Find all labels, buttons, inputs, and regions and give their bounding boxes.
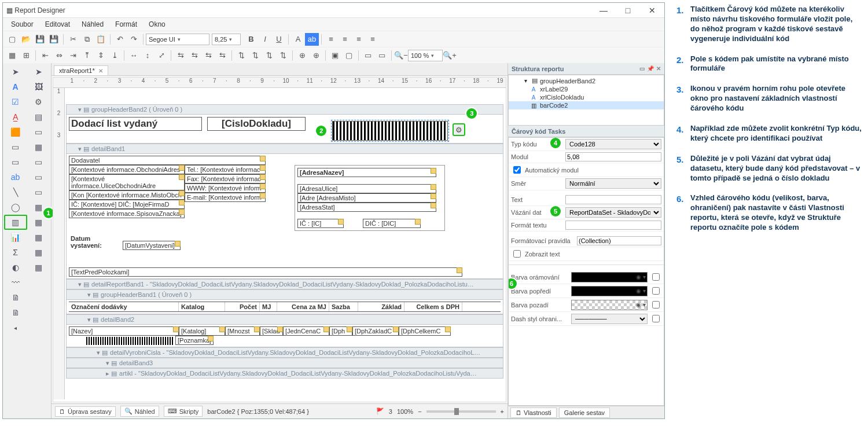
zoom-minus-icon[interactable]: −: [418, 408, 421, 415]
align-right-icon[interactable]: ≡: [352, 33, 366, 46]
window-minimize-button[interactable]: —: [591, 3, 616, 18]
cell-icon[interactable]: ▭: [4, 155, 27, 170]
field-adresaulice[interactable]: [AdresaUlice]: [297, 184, 436, 193]
zoom-plus-icon[interactable]: +: [501, 408, 504, 415]
pdf-icon[interactable]: 🗎: [4, 305, 27, 320]
vspacing4-icon[interactable]: ⇅: [276, 49, 290, 62]
field-row-barcode[interactable]: [86, 337, 173, 345]
check-forecolor[interactable]: [652, 287, 660, 295]
grid-icon[interactable]: ▦: [5, 49, 19, 62]
field-k4[interactable]: IČ: [Kontextové] DIČ: [MojeFirmaD: [69, 200, 185, 209]
highlight-icon[interactable]: ab: [305, 33, 319, 46]
richtext-icon[interactable]: A̲: [4, 109, 27, 124]
statustab-preview[interactable]: 🔍 Náhled: [120, 406, 159, 417]
font-size-select[interactable]: 8,25: [212, 34, 241, 45]
swatch-forecolor[interactable]: ◉ ▾: [571, 286, 648, 296]
same-h-icon[interactable]: ↕: [141, 49, 155, 62]
statustab-scripts[interactable]: ⌨ Skripty: [164, 406, 203, 417]
shape-icon[interactable]: ◯: [4, 200, 27, 215]
window-maximize-button[interactable]: □: [616, 3, 640, 18]
zoom-out-icon[interactable]: 🔍−: [394, 49, 408, 62]
textbox-icon[interactable]: ab: [4, 170, 27, 185]
bold-icon[interactable]: B: [244, 33, 258, 46]
undo-icon[interactable]: ↶: [113, 33, 127, 46]
table-icon[interactable]: ▦: [27, 139, 50, 155]
design-surface[interactable]: 1·2·3·4·5·6·7·8·9·10·11·12·13·14·15·16·1…: [53, 77, 506, 402]
band-detail1[interactable]: ▾ ▤ detailBand1: [66, 144, 503, 154]
richtext2-icon[interactable]: ▤: [27, 109, 50, 124]
panel-pin-icon[interactable]: 📌: [647, 65, 654, 72]
gauge-icon[interactable]: ◐: [4, 260, 27, 275]
zoom-slider[interactable]: [426, 410, 496, 413]
chart-icon[interactable]: 📊: [4, 230, 27, 245]
pointer-icon[interactable]: ➤: [4, 64, 27, 79]
field-dodavatel[interactable]: Dodavatel: [69, 156, 266, 165]
picture2-icon[interactable]: ▭: [27, 124, 50, 139]
check-bordercolor[interactable]: [652, 273, 660, 281]
band-detailreport1[interactable]: ▾ ▤ detailReportBand1 - "SkladovyDoklad_…: [66, 279, 503, 289]
vspacing3-icon[interactable]: ⇅: [262, 49, 276, 62]
grid3-icon[interactable]: ▦: [27, 260, 50, 275]
panel-close-icon[interactable]: ✕: [656, 65, 661, 72]
swatch-backcolor[interactable]: ◉ ▾: [571, 300, 648, 310]
field-textpredpolozkami[interactable]: [TextPredPolozkami]: [69, 267, 462, 277]
select-vazani[interactable]: ReportDataSet - SkladovyDokl: [565, 207, 661, 218]
check-backcolor[interactable]: [652, 301, 660, 309]
open-icon[interactable]: 📂: [19, 33, 33, 46]
band-detail2[interactable]: ▾ ▤ detailBand2: [66, 314, 503, 325]
field-poznamka[interactable]: [Poznamka]: [175, 336, 214, 345]
field-k2b[interactable]: Fax: [Kontextové informac: [185, 174, 266, 183]
field-k1b[interactable]: Tel.: [Kontextové informac: [185, 165, 266, 174]
close-tab-icon[interactable]: ✕: [98, 68, 103, 74]
vspacing-icon[interactable]: ⇅: [234, 49, 248, 62]
doc-icon[interactable]: 🗎: [4, 290, 27, 305]
redo-icon[interactable]: ↷: [127, 33, 141, 46]
grid2-icon[interactable]: ▦: [27, 245, 50, 260]
field-adresastat[interactable]: [AdresaStat]: [297, 203, 436, 212]
field-adresamisto[interactable]: [Adre [AdresaMisto]: [297, 193, 436, 203]
pointer2-icon[interactable]: ➤: [27, 64, 50, 79]
field-barcode[interactable]: [332, 121, 448, 141]
save-icon[interactable]: 💾: [33, 33, 47, 46]
hspacing3-icon[interactable]: ⇆: [201, 49, 215, 62]
band-groupheader2[interactable]: ▾ ▤ groupHeaderBand2 ( Úroveň 0 ): [66, 104, 503, 115]
window-close-button[interactable]: ✕: [640, 3, 664, 18]
gear-icon[interactable]: ⚙: [27, 94, 50, 109]
align-c-icon[interactable]: ⇔: [52, 49, 66, 62]
field-k2[interactable]: [Kontextové informace.UliceObchodniAdre: [69, 174, 185, 190]
field-k3b[interactable]: WWW: [Kontextové inform: [185, 183, 266, 193]
field-katalog[interactable]: [Katalog]: [179, 326, 225, 336]
menu-window[interactable]: Okno: [143, 19, 171, 30]
align-r-icon[interactable]: ⇥: [66, 49, 80, 62]
cell2-icon[interactable]: ▭: [27, 155, 50, 170]
field-title[interactable]: Dodací list vydaný: [69, 117, 202, 131]
image-icon[interactable]: 🖼: [27, 79, 50, 94]
line2-icon[interactable]: ▭: [27, 185, 50, 200]
chevron-left-icon[interactable]: ◂: [4, 320, 27, 335]
underline-icon[interactable]: U: [272, 33, 286, 46]
field-k4b[interactable]: E-mail: [Kontextové inform: [185, 193, 266, 202]
zoom-in-icon[interactable]: 🔍+: [443, 49, 457, 62]
align-b-icon[interactable]: ⤓: [108, 49, 122, 62]
input-text[interactable]: [565, 195, 661, 204]
menu-edit[interactable]: Editovat: [39, 19, 76, 30]
tree-xrlcislodokladu[interactable]: AxrlCisloDokladu: [509, 93, 664, 101]
tab-galerie[interactable]: Galerie sestav: [559, 407, 610, 418]
vspacing2-icon[interactable]: ⇅: [248, 49, 262, 62]
menu-file[interactable]: Soubor: [5, 19, 39, 30]
field-cislodokladu[interactable]: [CisloDokladu]: [207, 117, 306, 131]
ungroup-icon[interactable]: ▭: [375, 49, 389, 62]
input-modul[interactable]: [565, 152, 661, 161]
align-m-icon[interactable]: ⇕: [94, 49, 108, 62]
textbox2-icon[interactable]: ▭: [27, 170, 50, 185]
check-dashstyle[interactable]: [652, 315, 660, 322]
field-k3[interactable]: [Kon [Kontextové informace.MistoObch: [69, 190, 185, 200]
menu-format[interactable]: Formát: [109, 19, 143, 30]
checkbox-icon[interactable]: ☑: [4, 94, 27, 109]
same-s-icon[interactable]: ⤢: [155, 49, 168, 62]
font-family-select[interactable]: Segoe UI: [146, 34, 209, 45]
band-groupheader1[interactable]: ▾ ▤ groupHeaderBand1 ( Úroveň 0 ): [66, 289, 503, 300]
field-ic[interactable]: IČ : [IC]: [297, 219, 344, 228]
field-adresanazev[interactable]: [AdresaNazev]: [297, 168, 436, 177]
align-left-icon[interactable]: ≡: [324, 33, 338, 46]
